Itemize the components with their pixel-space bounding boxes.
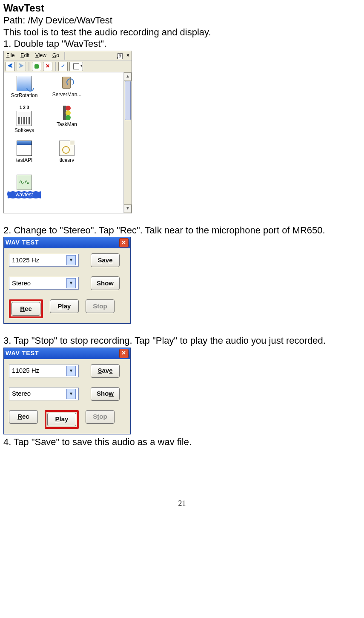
stop-button[interactable]: Stop — [86, 410, 115, 424]
tlcesrv-icon — [59, 141, 75, 156]
window-title: WAV TEST — [6, 239, 39, 247]
page-number: 21 — [3, 499, 361, 509]
play-button[interactable]: Play — [50, 299, 79, 313]
serverman-icon — [60, 76, 74, 90]
forward-button[interactable]: ⮞ — [17, 62, 26, 71]
stop-load-button[interactable]: ✕ — [43, 62, 52, 71]
item-label-selected: wavtest — [7, 191, 41, 198]
menu-go[interactable]: Go — [51, 52, 61, 59]
menu-file[interactable]: File — [5, 52, 16, 59]
scroll-thumb[interactable] — [125, 81, 131, 120]
testapi-icon — [17, 141, 32, 156]
step-2: 2. Change to "Stereo". Tap "Rec". Talk n… — [3, 224, 361, 236]
item-tlcesrv[interactable]: tlcesrv — [50, 141, 84, 164]
frequency-select[interactable]: 11025 Hz ▼ — [9, 254, 79, 267]
frequency-select[interactable]: 11025 Hz ▼ — [9, 365, 79, 377]
back-button[interactable]: ⮜ — [6, 62, 15, 71]
show-button[interactable]: Show — [91, 276, 120, 290]
chevron-down-icon: ▼ — [66, 366, 76, 376]
taskman-icon — [60, 106, 74, 120]
item-scrrotation[interactable]: ScrRotation — [7, 76, 41, 99]
scroll-down-icon[interactable]: ▼ — [124, 204, 132, 213]
mode-select[interactable]: Stereo ▼ — [9, 277, 79, 290]
item-label: ScrRotation — [7, 92, 41, 99]
play-button[interactable]: Play — [47, 413, 76, 426]
wavtest-dialog-rec: WAV TEST ✕ 11025 Hz ▼ Save Stereo ▼ Show… — [3, 237, 131, 324]
scroll-up-icon[interactable]: ▲ — [124, 72, 132, 81]
save-button[interactable]: Save — [91, 364, 120, 378]
mode-value: Stereo — [12, 279, 31, 287]
file-explorer-window: File Edit View Go × ⮜ ⮞ ✕ ✓ ScrRotation … — [3, 51, 132, 213]
file-list: ScrRotation ServerMan... Softkeys TaskMa… — [4, 72, 132, 213]
chevron-down-icon: ▼ — [66, 255, 76, 265]
step-1: 1. Double tap "WavTest". — [3, 38, 361, 50]
close-button[interactable]: ✕ — [119, 349, 129, 358]
intro-line: This tool is to test the audio recording… — [3, 26, 361, 38]
item-testapi[interactable]: testAPI — [7, 141, 41, 164]
step-3: 3. Tap "Stop" to stop recording. Tap "Pl… — [3, 335, 361, 347]
frequency-value: 11025 Hz — [12, 256, 39, 264]
rec-highlight: Rec — [9, 299, 43, 318]
frequency-value: 11025 Hz — [12, 367, 39, 375]
play-highlight: Play — [45, 410, 79, 429]
window-title: WAV TEST — [6, 350, 39, 357]
show-button[interactable]: Show — [91, 387, 120, 401]
close-icon[interactable]: × — [125, 52, 131, 59]
chevron-down-icon: ▼ — [66, 389, 76, 399]
heading-wavtest: WavTest — [3, 2, 361, 14]
item-label: ServerMan... — [50, 92, 84, 98]
mode-value: Stereo — [12, 390, 31, 398]
item-softkeys[interactable]: Softkeys — [7, 111, 41, 134]
menu-separator — [64, 52, 65, 60]
wavtest-icon — [17, 175, 32, 190]
titlebar: WAV TEST ✕ — [4, 348, 130, 359]
item-label: Softkeys — [7, 127, 41, 134]
save-button[interactable]: Save — [91, 253, 120, 267]
refresh-button[interactable] — [32, 62, 41, 71]
softkeys-icon — [17, 111, 32, 126]
vertical-scrollbar[interactable]: ▲ ▼ — [123, 72, 132, 213]
mode-select[interactable]: Stereo ▼ — [9, 388, 79, 400]
item-label: TaskMan — [50, 121, 84, 128]
toolbar: ⮜ ⮞ ✕ ✓ — [4, 61, 132, 72]
rec-button[interactable]: Rec — [9, 410, 38, 424]
menu-edit[interactable]: Edit — [19, 52, 31, 59]
item-taskman[interactable]: TaskMan — [50, 106, 84, 128]
help-pointer-icon[interactable] — [116, 52, 123, 59]
view-mode-button[interactable] — [69, 62, 83, 71]
menu-view[interactable]: View — [34, 52, 48, 59]
close-button[interactable]: ✕ — [119, 238, 129, 247]
check-button[interactable]: ✓ — [58, 62, 68, 71]
step-4: 4. Tap "Save" to save this audio as a wa… — [3, 436, 361, 448]
titlebar: WAV TEST ✕ — [4, 237, 130, 248]
menubar: File Edit View Go × — [4, 51, 132, 61]
item-serverman[interactable]: ServerMan... — [50, 76, 84, 98]
item-label: tlcesrv — [50, 157, 84, 164]
chevron-down-icon: ▼ — [66, 278, 76, 288]
item-wavtest[interactable]: wavtest — [7, 175, 41, 198]
scrrotation-icon — [17, 76, 32, 91]
stop-button[interactable]: Stop — [86, 299, 115, 313]
rec-button[interactable]: Rec — [11, 302, 40, 316]
path-line: Path: /My Device/WavTest — [3, 14, 361, 26]
wavtest-dialog-play: WAV TEST ✕ 11025 Hz ▼ Save Stereo ▼ Show… — [3, 348, 131, 434]
item-label: testAPI — [7, 157, 41, 164]
